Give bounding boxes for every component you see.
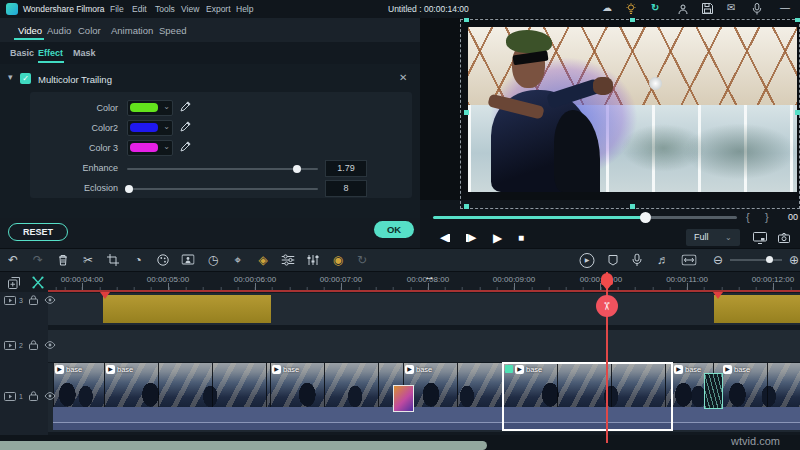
effect-enabled-checkbox[interactable]: ✓ [20, 73, 31, 84]
minimize-button[interactable]: — [780, 3, 790, 13]
menu-help[interactable]: Help [236, 4, 253, 14]
effect-clip[interactable] [103, 295, 271, 323]
color2-swatch-dropdown[interactable]: ⌄ [127, 120, 173, 136]
video-clip[interactable]: ▶base [270, 363, 403, 430]
eclosion-slider[interactable] [127, 188, 318, 190]
video-clip[interactable]: ▶base [713, 363, 800, 430]
delete-icon[interactable] [57, 254, 69, 267]
keyframe-icon[interactable]: ◈ [258, 254, 267, 266]
video-clip-selected[interactable]: ▶base [503, 363, 672, 430]
sync-icon[interactable]: ↻ [651, 3, 659, 13]
snap-toggle-icon[interactable] [31, 276, 45, 289]
enhance-slider[interactable] [127, 168, 318, 170]
auto-ripple-icon[interactable] [682, 255, 697, 266]
render-preview-icon[interactable]: ▶ [580, 252, 595, 268]
timeline-zoom-out-icon[interactable]: ⊖ [713, 254, 723, 266]
video-clip[interactable]: ▶base [53, 363, 104, 430]
timeline-ruler[interactable]: 00:00:04:00 00:00:05:00 00:00:06:00 00:0… [0, 272, 800, 292]
previous-frame-button[interactable]: ◀ [440, 231, 450, 244]
play-button[interactable]: ▶ [493, 231, 502, 245]
lock-icon[interactable] [29, 340, 38, 350]
enhance-slider-handle[interactable] [293, 165, 301, 173]
video-clip[interactable]: ▶base [104, 363, 270, 430]
tab-audio[interactable]: Audio [47, 25, 71, 36]
menu-export[interactable]: Export [206, 4, 231, 14]
adjust-sliders-icon[interactable] [282, 254, 295, 266]
selection-handle[interactable] [795, 110, 800, 115]
tab-video[interactable]: Video [18, 25, 42, 36]
effects-icon[interactable]: ◉ [333, 254, 343, 266]
split-scissors-icon[interactable]: ✂ [83, 254, 93, 266]
video-clip[interactable]: ▶base [403, 363, 503, 430]
eye-icon[interactable] [44, 341, 56, 349]
mark-in-bracket[interactable]: { [746, 211, 750, 223]
stop-button[interactable]: ■ [518, 232, 524, 243]
tab-speed[interactable]: Speed [159, 25, 186, 36]
menu-edit[interactable]: Edit [132, 4, 147, 14]
color3-swatch-dropdown[interactable]: ⌄ [127, 140, 173, 156]
ok-button[interactable]: OK [374, 221, 414, 238]
audio-mixer-icon[interactable] [307, 254, 320, 266]
enhance-value[interactable]: 1.79 [325, 160, 367, 177]
voice-icon[interactable] [752, 3, 762, 15]
menu-tools[interactable]: Tools [155, 4, 175, 14]
eye-icon[interactable] [44, 392, 56, 400]
reset-button[interactable]: RESET [8, 223, 68, 241]
transition-icon[interactable] [704, 373, 723, 409]
loop-icon[interactable]: ↻ [357, 254, 367, 266]
selection-handle[interactable] [630, 204, 635, 209]
save-icon[interactable] [702, 3, 713, 14]
speed-icon[interactable]: ◔ [134, 254, 141, 266]
timeline-horizontal-scrollbar[interactable] [0, 441, 487, 450]
freeze-frame-effect-thumb[interactable] [393, 385, 414, 412]
eyedropper-icon[interactable] [180, 101, 191, 112]
crop-icon[interactable] [107, 254, 119, 266]
eclosion-value[interactable]: 8 [325, 180, 367, 197]
preview-quality-dropdown[interactable]: Full ⌄ [686, 229, 740, 246]
tab-color[interactable]: Color [78, 25, 101, 36]
seek-bar[interactable] [645, 216, 737, 219]
eyedropper-icon[interactable] [180, 121, 191, 132]
effect-clip[interactable] [714, 295, 800, 323]
playhead-handle[interactable] [601, 273, 613, 285]
motion-tracking-icon[interactable]: ⌖ [235, 254, 242, 266]
color-palette-icon[interactable] [157, 254, 170, 267]
feedback-mail-icon[interactable]: ✉ [727, 3, 735, 13]
account-icon[interactable] [678, 4, 688, 15]
green-screen-icon[interactable] [182, 254, 195, 266]
menu-view[interactable]: View [181, 4, 199, 14]
voiceover-mic-icon[interactable] [632, 254, 642, 267]
audio-music-icon[interactable]: ♬ [657, 254, 669, 266]
timeline-zoom-slider[interactable] [730, 259, 782, 261]
subtab-mask[interactable]: Mask [73, 48, 96, 58]
eyedropper-icon[interactable] [180, 141, 191, 152]
timeline-zoom-handle[interactable] [766, 256, 773, 263]
next-frame-button[interactable]: ▶ [466, 231, 476, 244]
playhead-split-scissors-icon[interactable]: ✂ [596, 295, 618, 317]
subtab-effect[interactable]: Effect [38, 48, 63, 58]
display-device-icon[interactable] [753, 232, 767, 244]
timeline-zoom-in-icon[interactable]: ⊕ [789, 254, 799, 266]
lamp-icon[interactable] [626, 3, 636, 15]
expand-arrow-icon[interactable]: ▾ [8, 72, 13, 82]
cloud-icon[interactable]: ☁ [602, 3, 612, 13]
mark-out-bracket[interactable]: } [765, 211, 769, 223]
duration-clock-icon[interactable]: ◷ [208, 254, 218, 266]
track-2-lane[interactable] [48, 330, 800, 362]
marker-icon[interactable] [608, 254, 619, 266]
eye-icon[interactable] [44, 296, 56, 304]
seek-bar-fill[interactable] [433, 216, 645, 219]
lock-icon[interactable] [29, 391, 38, 401]
tab-animation[interactable]: Animation [111, 25, 153, 36]
subtab-basic[interactable]: Basic [10, 48, 34, 58]
lock-icon[interactable] [29, 295, 38, 305]
menu-file[interactable]: File [110, 4, 124, 14]
eclosion-slider-handle[interactable] [125, 185, 133, 193]
selection-handle[interactable] [464, 204, 469, 209]
close-effect-icon[interactable]: ✕ [399, 72, 407, 83]
manage-tracks-icon[interactable] [8, 277, 20, 289]
undo-icon[interactable]: ↶ [8, 254, 18, 266]
color-swatch-dropdown[interactable]: ⌄ [127, 100, 173, 116]
snapshot-camera-icon[interactable] [778, 233, 790, 243]
seek-handle[interactable] [640, 212, 651, 223]
